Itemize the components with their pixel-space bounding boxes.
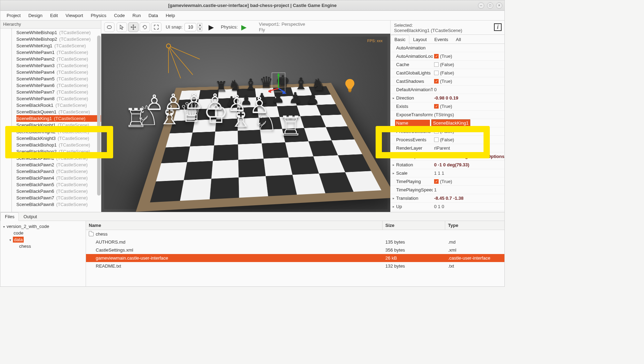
property-row[interactable]: PreciseCollisions(False) bbox=[391, 127, 504, 136]
hierarchy-item[interactable]: SceneBlackPawn4(TCastleScene) bbox=[16, 175, 101, 181]
checkbox[interactable]: ✓ bbox=[434, 54, 439, 58]
play-button[interactable]: ▶ bbox=[209, 23, 214, 31]
menu-edit[interactable]: Edit bbox=[47, 11, 61, 19]
property-value[interactable]: SceneBlackKing1.RenderOptions bbox=[431, 154, 504, 159]
property-row[interactable]: AutoAnimation bbox=[391, 44, 504, 52]
viewport-canvas[interactable]: FPS: xxx ♜ ♞ ♝ ♛ ♚ bbox=[104, 37, 387, 209]
property-row[interactable]: ▸RenderOptionsSceneBlackKing1.RenderOpti… bbox=[391, 152, 504, 161]
inspector-tab-layout[interactable]: Layout bbox=[409, 35, 431, 44]
viewport-3d[interactable]: FPS: xxx ♜ ♞ ♝ ♛ ♚ bbox=[101, 34, 390, 212]
physics-play-button[interactable]: ▶ bbox=[241, 23, 246, 31]
menu-run[interactable]: Run bbox=[129, 11, 144, 19]
tool-pointer[interactable] bbox=[117, 22, 127, 32]
hierarchy-item[interactable]: SceneWhitePawn1(TCastleScene) bbox=[16, 49, 101, 56]
inspector-tab-events[interactable]: Events bbox=[431, 35, 452, 44]
hierarchy-item[interactable]: SceneWhitePawn6(TCastleScene) bbox=[16, 82, 101, 89]
property-value[interactable]: ✓(True) bbox=[433, 54, 504, 59]
hierarchy-item[interactable]: SceneBlackKing1(TCastleScene) bbox=[16, 115, 101, 122]
file-row[interactable]: AUTHORS.md135 bytes.md bbox=[86, 238, 504, 246]
hierarchy-item[interactable]: SceneBlackRook1(TCastleScene) bbox=[16, 102, 101, 109]
file-tree-item[interactable]: code bbox=[2, 230, 84, 236]
expand-caret-icon[interactable]: ▸ bbox=[393, 163, 396, 167]
property-value[interactable]: 0 1 0 bbox=[433, 204, 504, 209]
property-value[interactable]: SceneBlackKing1 bbox=[430, 119, 504, 127]
hierarchy-item[interactable]: SceneBlackQueen1(TCastleScene) bbox=[16, 109, 101, 115]
col-size[interactable]: Size bbox=[383, 221, 445, 230]
hierarchy-item[interactable]: SceneBlackPawn6(TCastleScene) bbox=[16, 188, 101, 195]
hierarchy-item[interactable]: SceneBlackPawn1(TCastleScene) bbox=[16, 155, 101, 161]
file-tree-root[interactable]: ▾version_2_with_code bbox=[2, 223, 84, 230]
menu-data[interactable]: Data bbox=[145, 11, 161, 19]
file-row[interactable]: CastleSettings.xml356 bytes.xml bbox=[86, 246, 504, 254]
property-value[interactable]: 1 1 1 bbox=[433, 171, 504, 176]
file-list-body[interactable]: chessAUTHORS.md135 bytes.mdCastleSetting… bbox=[86, 230, 504, 286]
property-value[interactable]: 0 bbox=[433, 87, 504, 92]
checkbox[interactable]: ✓ bbox=[434, 104, 439, 109]
property-row[interactable]: ProcessEvents(False) bbox=[391, 136, 504, 144]
hierarchy-item[interactable]: SceneBlackPawn5(TCastleScene) bbox=[16, 181, 101, 188]
menu-design[interactable]: Design bbox=[25, 11, 46, 19]
menu-project[interactable]: Project bbox=[3, 11, 24, 19]
tool-rect-select[interactable] bbox=[104, 22, 115, 32]
property-value[interactable]: rlParent bbox=[433, 145, 504, 151]
file-row[interactable]: gameviewmain.castle-user-interface26 kB.… bbox=[86, 254, 504, 262]
property-row[interactable]: TimePlayingSpeed1 bbox=[391, 186, 504, 194]
checkbox[interactable]: ✓ bbox=[434, 179, 439, 184]
close-button[interactable]: × bbox=[496, 2, 502, 9]
hierarchy-item[interactable]: SceneWhitePawn5(TCastleScene) bbox=[16, 76, 101, 82]
menu-viewport[interactable]: Viewport bbox=[62, 11, 86, 19]
hierarchy-item[interactable]: SceneBlackPawn2(TCastleScene) bbox=[16, 161, 101, 168]
expand-caret-icon[interactable]: ▸ bbox=[393, 155, 396, 158]
expand-caret-icon[interactable]: ▸ bbox=[393, 196, 396, 200]
property-row[interactable]: Cache(False) bbox=[391, 61, 504, 69]
property-row[interactable]: AutoAnimationLoop✓(True) bbox=[391, 52, 504, 61]
hierarchy-item[interactable]: SceneBlackKnight3(TCastleScene) bbox=[16, 135, 101, 142]
property-row[interactable]: RenderLayerrlParent bbox=[391, 144, 504, 152]
checkbox[interactable] bbox=[434, 71, 439, 75]
menu-help[interactable]: Help bbox=[162, 11, 179, 19]
minimize-button[interactable]: – bbox=[478, 2, 484, 9]
inspector-tab-basic[interactable]: Basic bbox=[391, 35, 409, 44]
col-name[interactable]: Name bbox=[86, 221, 383, 230]
file-tree-item[interactable]: chess bbox=[2, 243, 84, 250]
property-row[interactable]: NameSceneBlackKing1 bbox=[391, 119, 504, 127]
property-value[interactable]: (TStrings) bbox=[433, 112, 504, 117]
property-list[interactable]: AutoAnimationAutoAnimationLoop✓(True)Cac… bbox=[391, 44, 504, 212]
tool-rotate[interactable] bbox=[140, 22, 150, 32]
property-value[interactable]: ✓(True) bbox=[433, 179, 504, 184]
property-value[interactable]: (False) bbox=[433, 70, 504, 76]
col-type[interactable]: Type bbox=[445, 221, 504, 230]
property-value[interactable]: (False) bbox=[433, 62, 504, 67]
file-row[interactable]: README.txt132 bytes.txt bbox=[86, 262, 504, 270]
property-row[interactable]: ▸Scale1 1 1 bbox=[391, 169, 504, 177]
hierarchy-item[interactable]: SceneWhiteBishop2(TCastleScene) bbox=[16, 36, 101, 42]
inspector-tab-all[interactable]: All bbox=[452, 35, 465, 44]
hierarchy-item[interactable]: SceneBlackKnight1(TCastleScene) bbox=[16, 122, 101, 128]
info-button[interactable]: i bbox=[494, 23, 502, 31]
property-row[interactable]: ▸Rotation0 -1 0 deg(79.33) bbox=[391, 161, 504, 169]
hierarchy-item[interactable]: SceneBlackPawn8(TCastleScene) bbox=[16, 201, 101, 208]
hierarchy-item[interactable]: SceneBlackBishop1(TCastleScene) bbox=[16, 142, 101, 148]
property-value[interactable]: ✓(True) bbox=[433, 104, 504, 109]
hierarchy-item[interactable]: SceneWhiteBishop1(TCastleScene) bbox=[16, 29, 101, 36]
hierarchy-item[interactable]: SceneBlackBishop2(TCastleScene) bbox=[16, 148, 101, 155]
hierarchy-item[interactable]: SceneBlackPawn3(TCastleScene) bbox=[16, 168, 101, 175]
hierarchy-item[interactable]: SceneWhitePawn3(TCastleScene) bbox=[16, 62, 101, 69]
hierarchy-tree[interactable]: SceneWhiteBishop1(TCastleScene)SceneWhit… bbox=[0, 29, 101, 212]
menu-code[interactable]: Code bbox=[110, 11, 128, 19]
hierarchy-item[interactable]: SceneWhitePawn4(TCastleScene) bbox=[16, 69, 101, 76]
hierarchy-item[interactable]: SceneBlackPawn7(TCastleScene) bbox=[16, 195, 101, 201]
tool-scale[interactable] bbox=[151, 22, 162, 32]
checkbox[interactable] bbox=[434, 137, 439, 142]
hierarchy-item[interactable]: SceneBlackKnight2(TCastleScene) bbox=[16, 128, 101, 135]
property-value[interactable]: 0 -1 0 deg(79.33) bbox=[433, 162, 504, 167]
property-value[interactable]: 1 bbox=[433, 187, 504, 192]
checkbox[interactable] bbox=[434, 129, 439, 134]
property-value[interactable]: -0.98 0 0.19 bbox=[433, 95, 504, 101]
property-value[interactable]: ✓(True) bbox=[433, 79, 504, 84]
tool-move[interactable] bbox=[128, 22, 139, 32]
file-tree[interactable]: ▾version_2_with_codecode▾datachess bbox=[0, 221, 86, 286]
ui-snap-spinner[interactable]: ▲▼ bbox=[197, 23, 202, 31]
file-row[interactable]: chess bbox=[86, 230, 504, 238]
property-value[interactable]: (False) bbox=[433, 129, 504, 134]
